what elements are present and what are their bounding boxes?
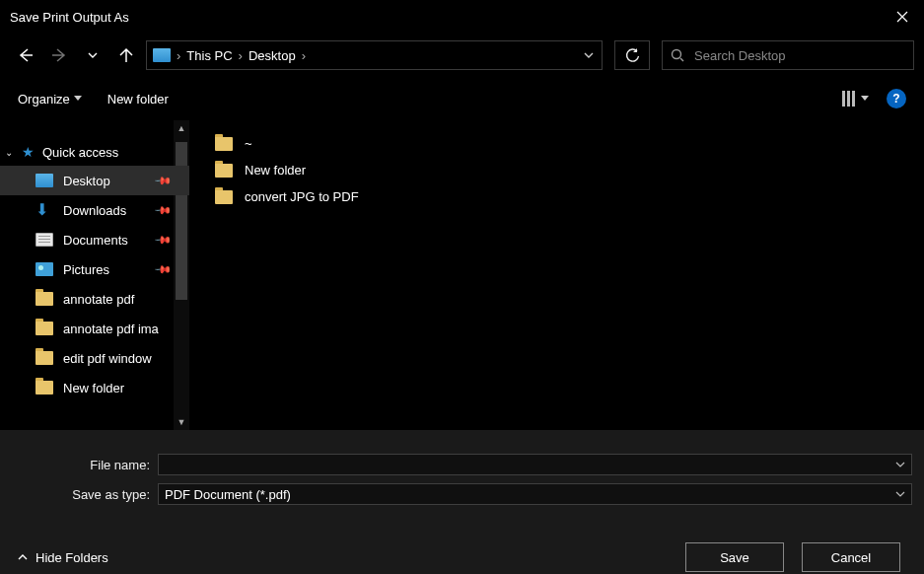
help-button[interactable]: ? — [887, 89, 906, 108]
svg-point-0 — [673, 50, 681, 59]
search-box[interactable] — [662, 40, 914, 70]
sidebar-item-label: annotate pdf ima — [63, 322, 159, 336]
arrow-left-icon — [18, 48, 34, 62]
refresh-button[interactable] — [614, 40, 650, 70]
new-folder-button[interactable]: New folder — [107, 92, 169, 107]
quick-access-header[interactable]: ⌄ ★ Quick access — [0, 138, 189, 166]
hide-folders-button[interactable]: Hide Folders — [18, 550, 108, 565]
sidebar-item-folder[interactable]: edit pdf window — [0, 343, 189, 373]
arrow-right-icon — [51, 48, 67, 62]
list-item[interactable]: New folder — [213, 157, 914, 183]
folder-icon — [215, 164, 233, 178]
sidebar-item-label: Documents — [63, 233, 128, 248]
window-title: Save Print Output As — [10, 10, 129, 25]
filename-history-button[interactable] — [889, 461, 905, 468]
nav-arrows — [18, 47, 134, 63]
file-name: ~ — [245, 136, 252, 151]
sidebar-item-desktop[interactable]: Desktop 📌 — [0, 166, 189, 195]
chevron-down-icon — [895, 461, 905, 468]
arrow-up-icon — [119, 47, 133, 63]
help-icon: ? — [892, 92, 899, 106]
search-icon — [671, 48, 684, 62]
sidebar: ▲ ▼ ⌄ ★ Quick access Desktop 📌 ⬇ Downloa… — [0, 120, 189, 430]
savetype-label: Save as type: — [12, 487, 150, 502]
quick-access-label: Quick access — [42, 145, 118, 160]
up-button[interactable] — [118, 47, 134, 63]
cancel-button[interactable]: Cancel — [802, 542, 900, 572]
breadcrumb-root[interactable]: This PC — [186, 48, 232, 63]
form-area: File name: Save as type: PDF Document (*… — [0, 430, 924, 521]
close-icon — [896, 11, 908, 23]
list-item[interactable]: ~ — [213, 130, 914, 157]
sidebar-item-folder[interactable]: New folder — [0, 373, 189, 402]
savetype-dropdown-button[interactable] — [889, 490, 905, 498]
pin-icon: 📌 — [153, 259, 172, 278]
sidebar-item-label: Desktop — [63, 174, 110, 188]
footer: Hide Folders Save Cancel — [0, 521, 924, 574]
organize-label: Organize — [18, 92, 70, 107]
pin-icon: 📌 — [153, 200, 172, 219]
list-item[interactable]: convert JPG to PDF — [213, 183, 914, 210]
caret-down-icon — [74, 96, 82, 102]
sidebar-item-folder[interactable]: annotate pdf — [0, 284, 189, 314]
view-icon — [842, 91, 855, 107]
hide-folders-label: Hide Folders — [36, 550, 108, 565]
scroll-down-button[interactable]: ▼ — [174, 414, 189, 430]
chevron-up-icon — [18, 553, 28, 561]
organize-button[interactable]: Organize — [18, 92, 82, 107]
toolbar: Organize New folder ? — [0, 77, 924, 120]
folder-icon — [36, 381, 53, 395]
main-area: ▲ ▼ ⌄ ★ Quick access Desktop 📌 ⬇ Downloa… — [0, 120, 924, 430]
sidebar-item-downloads[interactable]: ⬇ Downloads 📌 — [0, 195, 189, 225]
filename-field[interactable] — [158, 454, 912, 475]
documents-icon — [36, 233, 53, 247]
folder-icon — [215, 190, 233, 204]
save-button[interactable]: Save — [685, 542, 784, 572]
pictures-icon — [36, 262, 53, 276]
scroll-up-button[interactable]: ▲ — [174, 120, 189, 136]
sidebar-item-label: Pictures — [63, 262, 109, 277]
address-history-button[interactable] — [576, 51, 602, 59]
refresh-icon — [625, 48, 640, 63]
chevron-down-icon — [895, 490, 905, 498]
title-bar: Save Print Output As — [0, 0, 924, 34]
new-folder-label: New folder — [107, 92, 169, 107]
close-button[interactable] — [881, 0, 924, 34]
folder-icon — [36, 292, 53, 306]
chevron-down-icon — [584, 51, 594, 59]
breadcrumb-location[interactable]: Desktop — [249, 48, 296, 63]
search-input[interactable] — [694, 48, 905, 63]
chevron-right-icon: › — [302, 48, 306, 63]
nav-bar: › This PC › Desktop › — [0, 34, 924, 77]
chevron-down-icon — [88, 51, 98, 59]
filename-input[interactable] — [165, 458, 889, 472]
view-mode-button[interactable] — [842, 91, 869, 107]
forward-button[interactable] — [51, 47, 67, 63]
file-name: convert JPG to PDF — [245, 189, 359, 204]
address-bar[interactable]: › This PC › Desktop › — [146, 40, 603, 70]
chevron-right-icon: › — [177, 48, 180, 63]
sidebar-item-pictures[interactable]: Pictures 📌 — [0, 254, 189, 284]
chevron-down-icon: ⌄ — [4, 147, 14, 158]
sidebar-item-folder[interactable]: annotate pdf ima — [0, 314, 189, 343]
star-icon: ★ — [22, 144, 35, 160]
folder-icon — [215, 137, 233, 151]
sidebar-item-documents[interactable]: Documents 📌 — [0, 225, 189, 254]
downloads-icon: ⬇ — [36, 203, 53, 217]
pc-icon — [153, 48, 171, 62]
folder-icon — [36, 351, 53, 365]
sidebar-item-label: Downloads — [63, 203, 126, 218]
file-list: ~ New folder convert JPG to PDF — [189, 120, 924, 430]
folder-icon — [36, 322, 53, 335]
caret-down-icon — [861, 96, 869, 102]
sidebar-item-label: annotate pdf — [63, 292, 134, 307]
recent-locations-button[interactable] — [85, 47, 101, 63]
filename-label: File name: — [12, 458, 150, 472]
pin-icon: 📌 — [153, 230, 172, 249]
back-button[interactable] — [18, 47, 34, 63]
sidebar-item-label: edit pdf window — [63, 351, 152, 366]
desktop-icon — [36, 174, 53, 187]
savetype-select[interactable]: PDF Document (*.pdf) — [158, 483, 912, 505]
savetype-value: PDF Document (*.pdf) — [165, 487, 889, 502]
pin-icon: 📌 — [153, 171, 172, 189]
